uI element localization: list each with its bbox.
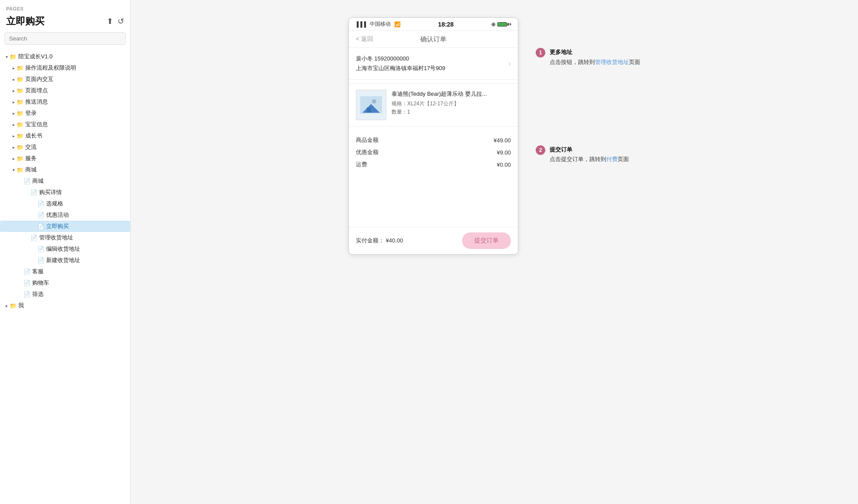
submit-order-button[interactable]: 提交订单 xyxy=(462,232,511,249)
sidebar-title: 立即购买 xyxy=(6,15,44,28)
tree-label-tuisong: 推送消息 xyxy=(25,98,48,106)
page-icon: 📄 xyxy=(37,201,44,207)
tree-label-wo: 我 xyxy=(18,302,24,309)
spec-label: 规格： xyxy=(392,101,407,107)
page-icon: 📄 xyxy=(30,235,37,241)
page-icon: 📄 xyxy=(37,223,44,230)
tree-item-baobao[interactable]: ▸📁 宝宝信息 xyxy=(0,119,130,130)
spec-value: XL24片【12-17公斤】 xyxy=(407,101,459,107)
refresh-icon[interactable]: ↺ xyxy=(118,17,124,26)
address-detail: 上海市宝山区梅洛镇幸福村17号909 xyxy=(356,64,445,73)
page-title: 确认订单 xyxy=(420,35,446,44)
manage-address-link[interactable]: 管理收货地址 xyxy=(595,59,629,65)
sidebar-title-row: 立即购买 ⬆ ↺ xyxy=(0,13,130,32)
tree-label-yemian: 页面内交互 xyxy=(25,75,54,83)
svg-point-1 xyxy=(372,99,376,104)
tree-item-xuanguige[interactable]: 📄 选规格 xyxy=(0,198,130,209)
tree-label-bianji: 编辑收货地址 xyxy=(46,245,80,253)
tree-item-chengshu[interactable]: ▸📁 成长书 xyxy=(0,130,130,141)
payment-link[interactable]: 付费 xyxy=(606,156,618,162)
tree-arrow-jiaoliu: ▸ xyxy=(10,145,17,150)
tree-item-shangcheng[interactable]: ▾📁 商城 xyxy=(0,164,130,175)
product-section: 泰迪熊(Teddy Bear)超薄乐动 婴儿拉... 规格：XL24片【12-1… xyxy=(349,83,518,127)
tree-item-fuwu[interactable]: ▸📁 服务 xyxy=(0,153,130,164)
tree-label-shangcheng-page: 商城 xyxy=(32,177,44,185)
page-icon: 📄 xyxy=(37,212,44,218)
tree-label-shangcheng: 商城 xyxy=(25,166,37,174)
globe-icon: ⊕ xyxy=(491,21,496,27)
folder-icon: 📁 xyxy=(10,302,17,309)
folder-icon: 📁 xyxy=(10,54,17,60)
folder-icon: 📁 xyxy=(17,167,24,173)
tree-label-baobao: 宝宝信息 xyxy=(25,121,48,128)
tree-item-xinjian[interactable]: 📄 新建收货地址 xyxy=(0,255,130,266)
tree-item-denglu[interactable]: ▸📁 登录 xyxy=(0,108,130,119)
tree-label-denglu: 登录 xyxy=(25,109,37,117)
status-time: 18:28 xyxy=(438,21,454,28)
tree-item-shangcheng-page[interactable]: 📄 商城 xyxy=(0,175,130,187)
tree-label-xuanguige: 选规格 xyxy=(46,200,63,208)
tree-arrow-yemianmaidian: ▸ xyxy=(10,88,17,93)
tree-arrow-chengshu: ▸ xyxy=(10,134,17,138)
tree-label-guanli: 管理收货地址 xyxy=(39,234,73,242)
tree-label-youhui: 优惠活动 xyxy=(46,211,69,219)
callout-1-text: 更多地址 点击按钮，跳转到管理收货地址页面 xyxy=(550,48,640,67)
address-text: 裴小冬 15920000000 上海市宝山区梅洛镇幸福村17号909 xyxy=(356,54,445,73)
discount-price-row: 优惠金额 ¥9.00 xyxy=(356,148,511,156)
tree-item-guanli[interactable]: 📄 管理收货地址 xyxy=(0,232,130,243)
tree-item-peibao[interactable]: ▾📁 陪宝成长V1.0 xyxy=(0,51,130,62)
search-input[interactable] xyxy=(4,32,126,45)
shipping-label: 运费 xyxy=(356,161,367,168)
callout-1-num: 1 xyxy=(536,48,545,57)
page-icon: 📄 xyxy=(30,189,37,196)
tree-label-goumai: 购买详情 xyxy=(39,188,62,196)
back-button[interactable]: < 返回 xyxy=(356,35,373,43)
annotations: 1 更多地址 点击按钮，跳转到管理收货地址页面 2 提交订单 点击提交订单，跳转… xyxy=(536,17,640,164)
folder-icon: 📁 xyxy=(17,110,24,117)
tree-arrow-wo: ▸ xyxy=(3,303,10,308)
tree-label-yemianmaidian: 页面埋点 xyxy=(25,87,48,94)
tree-item-jiaoliu[interactable]: ▸📁 交流 xyxy=(0,141,130,153)
folder-icon: 📁 xyxy=(17,76,24,83)
tree-item-kefu[interactable]: 📄 客服 xyxy=(0,266,130,277)
tree-arrow-fuwu: ▸ xyxy=(10,156,17,161)
product-image xyxy=(356,90,386,120)
callout-1: 1 更多地址 点击按钮，跳转到管理收货地址页面 xyxy=(536,48,640,67)
tree-arrow-denglu: ▸ xyxy=(10,111,17,116)
discount-label: 优惠金额 xyxy=(356,148,378,156)
price-section: 商品金额 ¥49.00 优惠金额 ¥9.00 运费 ¥0.00 xyxy=(349,130,518,175)
tree-item-goumai[interactable]: 📄 购买详情 xyxy=(0,187,130,198)
tree-item-wo[interactable]: ▸📁 我 xyxy=(0,300,130,311)
tree: ▾📁 陪宝成长V1.0▸📁 操作流程及权限说明▸📁 页面内交互▸📁 页面埋点▸📁… xyxy=(0,49,130,313)
export-icon[interactable]: ⬆ xyxy=(107,17,113,26)
status-left: ▐▐▐ 中国移动 📶 xyxy=(355,20,401,28)
shipping-price-row: 运费 ¥0.00 xyxy=(356,161,511,168)
callout-2-desc2: 页面 xyxy=(618,156,629,162)
tree-arrow-baobao: ▸ xyxy=(10,122,17,127)
sidebar-search-container xyxy=(4,32,126,45)
tree-item-yemian[interactable]: ▸📁 页面内交互 xyxy=(0,74,130,85)
callout-2-num: 2 xyxy=(536,145,545,155)
tree-label-lijigoumai: 立即购买 xyxy=(46,222,69,230)
main-content: ▐▐▐ 中国移动 📶 18:28 ⊕ + < 返回 确认订单 裴小冬 xyxy=(131,0,858,504)
address-arrow-icon: › xyxy=(508,59,511,68)
tree-label-shaixuan: 筛选 xyxy=(32,290,44,298)
address-section[interactable]: 裴小冬 15920000000 上海市宝山区梅洛镇幸福村17号909 › xyxy=(349,48,518,80)
tree-item-tuisong[interactable]: ▸📁 推送消息 xyxy=(0,96,130,108)
product-info: 泰迪熊(Teddy Bear)超薄乐动 婴儿拉... 规格：XL24片【12-1… xyxy=(392,90,511,116)
tree-item-caozuo[interactable]: ▸📁 操作流程及权限说明 xyxy=(0,62,130,74)
callout-2: 2 提交订单 点击提交订单，跳转到付费页面 xyxy=(536,145,640,165)
product-spec: 规格：XL24片【12-17公斤】 xyxy=(392,100,511,108)
tree-item-yemianmaidian[interactable]: ▸📁 页面埋点 xyxy=(0,85,130,96)
status-bar: ▐▐▐ 中国移动 📶 18:28 ⊕ + xyxy=(349,18,518,31)
svg-rect-3 xyxy=(367,108,371,113)
tree-label-fuwu: 服务 xyxy=(25,155,37,162)
folder-icon: 📁 xyxy=(17,65,24,71)
tree-item-bianji[interactable]: 📄 编辑收货地址 xyxy=(0,243,130,255)
folder-icon: 📁 xyxy=(17,144,24,151)
tree-item-shaixuan[interactable]: 📄 筛选 xyxy=(0,289,130,300)
page-icon: 📄 xyxy=(24,291,30,298)
tree-item-youhui[interactable]: 📄 优惠活动 xyxy=(0,209,130,221)
tree-item-lijigoumai[interactable]: 📄 立即购买 xyxy=(0,221,130,232)
tree-item-gouwuche[interactable]: 📄 购物车 xyxy=(0,277,130,289)
